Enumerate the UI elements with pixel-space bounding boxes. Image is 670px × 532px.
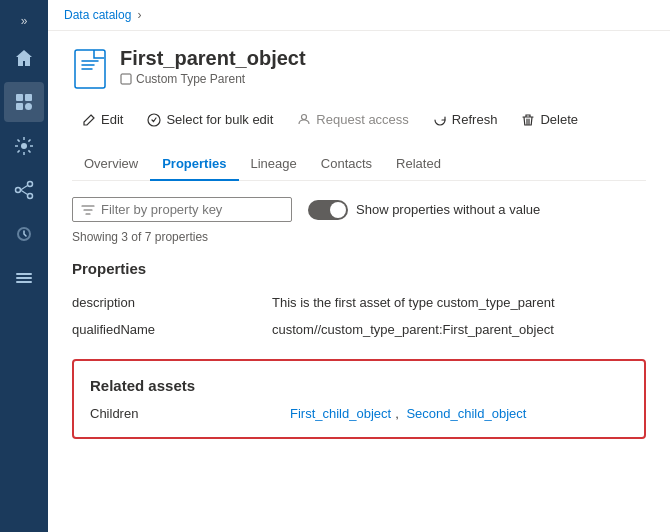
bulk-edit-icon: [147, 113, 161, 127]
related-link-second-child[interactable]: Second_child_object: [406, 406, 526, 421]
breadcrumb-chevron: ›: [137, 8, 141, 22]
edit-button[interactable]: Edit: [72, 107, 133, 132]
related-link-first-child[interactable]: First_child_object: [290, 406, 391, 421]
filter-bar: Show properties without a value: [72, 197, 646, 222]
breadcrumb: Data catalog ›: [48, 0, 670, 31]
tab-related[interactable]: Related: [384, 148, 453, 181]
sidebar-toggle[interactable]: »: [15, 8, 34, 34]
asset-info: First_parent_object Custom Type Parent: [120, 47, 306, 86]
filter-icon: [81, 203, 95, 217]
content-area: First_parent_object Custom Type Parent E…: [48, 31, 670, 532]
svg-rect-1: [25, 94, 32, 101]
svg-rect-0: [16, 94, 23, 101]
svg-point-7: [28, 194, 33, 199]
related-assets-row: Children First_child_object, Second_chil…: [90, 406, 628, 421]
main-panel: Data catalog › First_parent_object Custo…: [48, 0, 670, 532]
asset-type-small-icon: [120, 73, 132, 85]
asset-title: First_parent_object: [120, 47, 306, 70]
edit-icon: [82, 113, 96, 127]
properties-section: Properties description This is the first…: [72, 260, 646, 343]
asset-header: First_parent_object Custom Type Parent: [72, 47, 646, 91]
filter-input[interactable]: [101, 202, 283, 217]
asset-type-icon: [72, 47, 108, 91]
svg-rect-10: [16, 281, 32, 283]
tab-overview[interactable]: Overview: [72, 148, 150, 181]
property-key-description: description: [72, 295, 232, 310]
bulk-edit-button[interactable]: Select for bulk edit: [137, 107, 283, 132]
property-value-description: This is the first asset of type custom_t…: [272, 295, 555, 310]
table-row: qualifiedName custom//custom_type_parent…: [72, 316, 646, 343]
property-key-qualifiedname: qualifiedName: [72, 322, 232, 337]
breadcrumb-text[interactable]: Data catalog: [64, 8, 131, 22]
sidebar-item-governance[interactable]: [4, 126, 44, 166]
delete-button[interactable]: Delete: [511, 107, 588, 132]
svg-point-4: [21, 143, 27, 149]
toggle-label: Show properties without a value: [356, 202, 540, 217]
sidebar: »: [0, 0, 48, 532]
svg-point-5: [16, 188, 21, 193]
sidebar-item-home[interactable]: [4, 38, 44, 78]
toggle-wrap: Show properties without a value: [308, 200, 540, 220]
toolbar: Edit Select for bulk edit Request access…: [72, 107, 646, 132]
delete-icon: [521, 113, 535, 127]
toggle-knob: [330, 202, 346, 218]
asset-subtitle: Custom Type Parent: [120, 72, 306, 86]
properties-title: Properties: [72, 260, 646, 277]
svg-rect-9: [16, 277, 32, 279]
request-access-button[interactable]: Request access: [287, 107, 419, 132]
show-properties-toggle[interactable]: [308, 200, 348, 220]
tabs-nav: Overview Properties Lineage Contacts Rel…: [72, 148, 646, 181]
tab-lineage[interactable]: Lineage: [239, 148, 309, 181]
sidebar-item-management[interactable]: [4, 258, 44, 298]
showing-count: Showing 3 of 7 properties: [72, 230, 646, 244]
table-row: description This is the first asset of t…: [72, 289, 646, 316]
request-access-icon: [297, 113, 311, 127]
svg-rect-8: [16, 273, 32, 275]
link-separator: ,: [395, 406, 402, 421]
svg-point-3: [25, 103, 32, 110]
sidebar-item-connections[interactable]: [4, 170, 44, 210]
sidebar-item-catalog[interactable]: [4, 82, 44, 122]
related-links: First_child_object, Second_child_object: [290, 406, 526, 421]
related-key-children: Children: [90, 406, 250, 421]
related-assets-box: Related assets Children First_child_obje…: [72, 359, 646, 439]
related-assets-title: Related assets: [90, 377, 628, 394]
refresh-button[interactable]: Refresh: [423, 107, 508, 132]
property-value-qualifiedname: custom//custom_type_parent:First_parent_…: [272, 322, 554, 337]
refresh-icon: [433, 113, 447, 127]
svg-rect-12: [121, 74, 131, 84]
svg-point-14: [302, 114, 307, 119]
filter-input-wrap[interactable]: [72, 197, 292, 222]
svg-point-6: [28, 182, 33, 187]
sidebar-item-insights[interactable]: [4, 214, 44, 254]
svg-rect-2: [16, 103, 23, 110]
tab-properties[interactable]: Properties: [150, 148, 238, 181]
tab-contacts[interactable]: Contacts: [309, 148, 384, 181]
